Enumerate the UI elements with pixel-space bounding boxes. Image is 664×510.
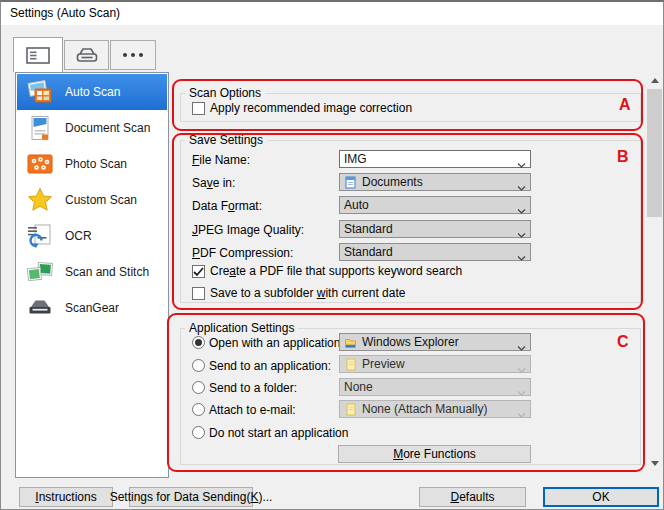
scroll-down-button[interactable] [647,455,662,472]
apply-correction-label: Apply recommended image correction [210,102,412,115]
instructions-button-label: Instructions [35,490,96,504]
sidebar-item-scangear[interactable]: ScanGear [17,290,167,326]
ocr-icon [26,222,54,250]
document-scan-icon [26,114,54,142]
data-format-label: Data Format: [192,199,262,213]
scan-and-stitch-icon [26,258,54,286]
sidebar-item-scan-and-stitch[interactable]: Scan and Stitch [17,254,167,290]
sidebar-item-label: Scan and Stitch [65,265,149,279]
more-functions-button-label: More Functions [393,447,476,461]
data-format-combo[interactable]: Auto [339,196,531,214]
pdf-keyword-search-label: Create a PDF file that supports keyword … [210,265,462,278]
instructions-button[interactable]: Instructions [19,487,113,507]
application-settings-group-title: Application Settings [185,321,298,335]
open-with-application-value: Windows Explorer [362,335,459,349]
chevron-down-icon[interactable] [517,227,526,241]
tab-scanner[interactable] [64,40,109,70]
save-settings-group-title: Save Settings [185,133,267,147]
three-dots-icon [123,53,127,57]
ok-button[interactable]: OK [543,487,659,507]
subfolder-date-checkbox[interactable]: Save to a subfolder with current date [192,287,405,300]
file-name-combo[interactable]: IMG [339,150,531,168]
settings-for-data-sending-button[interactable]: Settings for Data Sending(K)... [129,487,253,507]
sidebar-item-custom-scan[interactable]: Custom Scan [17,182,167,218]
jpeg-quality-value: Standard [344,222,393,236]
checkbox-box[interactable] [192,102,205,115]
send-to-application-combo: Preview [339,355,531,373]
attach-to-email-radio[interactable] [192,403,205,416]
defaults-button[interactable]: Defaults [419,487,526,507]
chevron-down-icon [517,385,526,399]
save-in-combo[interactable]: Documents [339,173,531,191]
sidebar-item-auto-scan[interactable]: Auto Scan [17,74,167,110]
pdf-compression-label: PDF Compression: [192,246,293,260]
auto-scan-icon [26,78,54,106]
sidebar-item-label: Photo Scan [65,157,127,171]
scangear-icon [26,294,54,322]
pdf-compression-combo[interactable]: Standard [339,243,531,261]
chevron-down-icon[interactable] [517,340,526,354]
send-to-application-value: Preview [362,357,405,371]
save-in-label: Save in: [192,176,235,190]
pdf-compression-value: Standard [344,245,393,259]
apply-correction-checkbox[interactable]: Apply recommended image correction [192,102,412,115]
attach-to-email-value: None (Attach Manually) [362,402,487,416]
jpeg-quality-combo[interactable]: Standard [339,220,531,238]
callout-letter-b: B [617,148,629,166]
send-to-folder-value: None [344,380,373,394]
sidebar-item-label: Custom Scan [65,193,137,207]
send-to-folder-label: Send to a folder: [209,381,297,395]
scrollbar-thumb[interactable] [647,89,662,217]
open-with-application-label: Open with an application: [209,336,344,350]
sidebar-item-label: Document Scan [65,121,150,135]
custom-scan-icon [26,186,54,214]
checkbox-box[interactable] [192,287,205,300]
sidebar: Auto Scan Document Scan [15,72,169,478]
scroll-up-button[interactable] [647,72,662,89]
settings-dialog: Settings (Auto Scan) [0,0,664,510]
application-file-icon [344,403,357,416]
chevron-down-icon[interactable] [517,203,526,217]
send-to-folder-radio[interactable] [192,381,205,394]
file-name-label: File Name: [192,153,250,167]
file-name-value: IMG [344,152,367,166]
sidebar-item-document-scan[interactable]: Document Scan [17,110,167,146]
tab-general-settings[interactable] [13,37,63,72]
do-not-start-application-radio[interactable] [192,426,205,439]
sidebar-item-ocr[interactable]: OCR [17,218,167,254]
scroll-up-icon [651,78,659,83]
scan-options-group-title: Scan Options [185,86,265,100]
jpeg-quality-label: JPEG Image Quality: [192,223,304,237]
chevron-down-icon[interactable] [517,157,526,171]
send-to-application-radio[interactable] [192,359,205,372]
explorer-folder-icon [344,336,357,349]
pdf-keyword-search-checkbox[interactable]: Create a PDF file that supports keyword … [192,265,462,278]
sidebar-item-label: ScanGear [65,301,119,315]
ok-button-label: OK [592,490,609,504]
sidebar-item-label: Auto Scan [65,85,120,99]
photo-scan-icon [26,150,54,178]
more-functions-button[interactable]: More Functions [338,445,531,463]
settings-dialog-icon [26,47,50,64]
send-to-folder-combo: None [339,378,531,396]
open-with-application-combo[interactable]: Windows Explorer [339,333,531,351]
do-not-start-application-label: Do not start an application [209,426,348,440]
settings-for-data-sending-button-label: Settings for Data Sending(K)... [110,490,273,504]
chevron-down-icon [517,407,526,421]
scroll-down-icon [651,461,659,466]
content-scrollbar[interactable] [647,72,662,472]
defaults-button-label: Defaults [450,490,494,504]
chevron-down-icon[interactable] [517,250,526,264]
attach-to-email-combo: None (Attach Manually) [339,400,531,418]
checkbox-box[interactable] [192,265,205,278]
send-to-application-label: Send to an application: [209,359,331,373]
scanner-icon [75,46,99,64]
save-in-value: Documents [362,175,423,189]
open-with-application-radio[interactable] [192,336,205,349]
data-format-value: Auto [344,198,369,212]
tab-more[interactable] [110,40,156,70]
attach-to-email-label: Attach to e-mail: [209,403,296,417]
window-title: Settings (Auto Scan) [10,6,120,20]
sidebar-item-photo-scan[interactable]: Photo Scan [17,146,167,182]
chevron-down-icon[interactable] [517,180,526,194]
